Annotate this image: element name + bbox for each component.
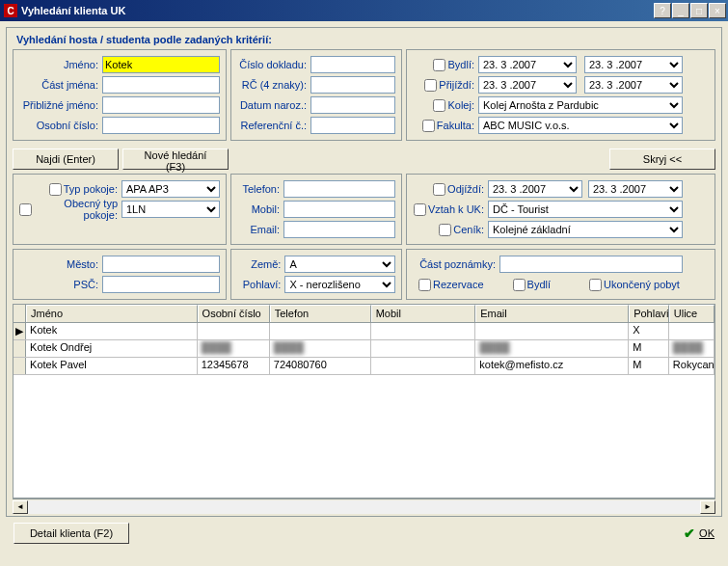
label-priblizne: Přibližné jméno: xyxy=(19,99,102,111)
label-cislo-dokladu: Číslo dokladu: xyxy=(237,59,310,70)
section-title: Vyhledání hosta / studenta podle zadanýc… xyxy=(16,34,715,45)
ref-input[interactable] xyxy=(310,117,395,134)
zeme-select[interactable]: A xyxy=(284,256,395,273)
ok-label: OK xyxy=(699,527,715,539)
col-ulice[interactable]: Ulice xyxy=(669,305,715,322)
odjizdi-from-select[interactable]: 23. 3 .2007 xyxy=(488,180,582,198)
datum-input[interactable] xyxy=(310,96,395,114)
label-ukonceny: Ukončený pobyt xyxy=(604,279,680,290)
help-button[interactable]: ? xyxy=(654,3,671,18)
col-telefon[interactable]: Telefon xyxy=(270,305,371,322)
vztah-select[interactable]: DČ - Tourist xyxy=(488,201,683,218)
obecny-typ-select[interactable]: 1LN xyxy=(121,201,220,218)
typ-pokoje-select[interactable]: APA AP3 xyxy=(121,180,220,198)
label-cenik: Ceník: xyxy=(453,224,484,235)
label-mobil: Mobil: xyxy=(237,203,283,215)
col-osobni[interactable]: Osobní číslo xyxy=(198,305,270,322)
label-bydli2: Bydlí xyxy=(527,279,551,290)
label-zeme: Země: xyxy=(237,258,284,270)
cislo-dokladu-input[interactable] xyxy=(310,56,395,73)
maximize-button[interactable]: □ xyxy=(690,3,708,18)
detail-button[interactable]: Detail klienta (F2) xyxy=(13,523,129,544)
cenik-checkbox[interactable] xyxy=(439,224,451,236)
nove-hledani-button[interactable]: Nové hledání (F3) xyxy=(122,148,229,170)
fakulta-checkbox[interactable] xyxy=(422,120,435,132)
label-typ-pokoje: Typ pokoje: xyxy=(64,183,118,195)
odjizdi-to-select[interactable]: 23. 3 .2007 xyxy=(588,180,683,198)
label-email: Email: xyxy=(237,224,283,235)
label-cast-jmena: Část jména: xyxy=(19,79,102,91)
pohlavi-select[interactable]: X - nerozlišeno xyxy=(284,276,395,293)
najdi-button[interactable]: Najdi (Enter) xyxy=(13,148,119,170)
col-pohlavi[interactable]: Pohlaví xyxy=(629,305,669,322)
skryj-button[interactable]: Skryj << xyxy=(609,148,715,170)
cast-jmena-input[interactable] xyxy=(102,76,220,94)
obecny-typ-checkbox[interactable] xyxy=(19,203,32,216)
kolej-select[interactable]: Kolej Arnošta z Pardubic xyxy=(478,96,683,114)
cenik-select[interactable]: Kolejné základní xyxy=(488,221,683,238)
bydli-checkbox[interactable] xyxy=(433,59,445,71)
label-obecny-typ: Obecný typ pokoje: xyxy=(34,198,118,221)
table-row[interactable]: ▶KotekX xyxy=(13,323,715,340)
priblizne-input[interactable] xyxy=(102,96,220,114)
prijizdi-from-select[interactable]: 23. 3 .2007 xyxy=(478,76,577,94)
col-mobil[interactable]: Mobil xyxy=(371,305,476,322)
label-telefon: Telefon: xyxy=(237,183,283,195)
close-button[interactable]: × xyxy=(709,3,726,18)
label-cast-poznamky: Část poznámky: xyxy=(413,258,499,270)
col-email[interactable]: Email xyxy=(475,305,629,322)
mobil-input[interactable] xyxy=(283,201,395,218)
bydli-to-select[interactable]: 23. 3 .2007 xyxy=(584,56,683,73)
label-osobni: Osobní číslo: xyxy=(19,120,102,131)
label-fakulta: Fakulta: xyxy=(437,120,474,131)
results-grid[interactable]: Jméno Osobní číslo Telefon Mobil Email P… xyxy=(13,304,715,499)
jmeno-input[interactable] xyxy=(102,56,220,73)
fakulta-select[interactable]: ABC MUSIC v.o.s. xyxy=(478,117,683,134)
cast-poznamky-input[interactable] xyxy=(499,256,683,273)
label-mesto: Město: xyxy=(19,258,102,270)
ukonceny-checkbox[interactable] xyxy=(589,279,602,291)
check-icon: ✔ xyxy=(684,526,695,541)
table-row[interactable]: Kotek Pavel12345678724080760kotek@mefist… xyxy=(13,358,715,375)
scroll-right-icon[interactable]: ► xyxy=(700,500,715,514)
kolej-checkbox[interactable] xyxy=(433,99,445,112)
scroll-left-icon[interactable]: ◄ xyxy=(13,500,28,514)
psc-input[interactable] xyxy=(102,276,220,293)
telefon-input[interactable] xyxy=(283,180,395,198)
bydli2-checkbox[interactable] xyxy=(513,279,526,291)
label-bydli: Bydlí: xyxy=(447,59,474,70)
ok-button[interactable]: ✔ OK xyxy=(684,526,715,541)
app-icon: C xyxy=(4,4,17,17)
odjizdi-checkbox[interactable] xyxy=(433,183,445,196)
label-datum: Datum naroz.: xyxy=(237,99,310,111)
label-ref: Referenční č.: xyxy=(237,120,310,131)
minimize-button[interactable]: _ xyxy=(672,3,689,18)
label-vztah: Vztah k UK: xyxy=(428,203,484,215)
vztah-checkbox[interactable] xyxy=(414,203,426,216)
titlebar: C Vyhledání klienta UK ? _ □ × xyxy=(0,0,728,21)
window-title: Vyhledání klienta UK xyxy=(21,5,654,16)
typ-pokoje-checkbox[interactable] xyxy=(49,183,62,196)
label-kolej: Kolej: xyxy=(447,99,474,111)
osobni-input[interactable] xyxy=(102,117,220,134)
col-jmeno[interactable]: Jméno xyxy=(26,305,197,322)
label-pohlavi: Pohlaví: xyxy=(237,279,284,290)
label-jmeno: Jméno: xyxy=(19,59,102,70)
label-psc: PSČ: xyxy=(19,279,102,290)
email-input[interactable] xyxy=(283,221,395,238)
label-rc: RČ (4 znaky): xyxy=(237,79,310,91)
mesto-input[interactable] xyxy=(102,256,220,273)
rc-input[interactable] xyxy=(310,76,395,94)
horizontal-scrollbar[interactable]: ◄ ► xyxy=(13,499,715,514)
prijizdi-checkbox[interactable] xyxy=(424,79,437,92)
label-odjizdi: Odjíždí: xyxy=(447,183,484,195)
rezervace-checkbox[interactable] xyxy=(418,279,431,291)
prijizdi-to-select[interactable]: 23. 3 .2007 xyxy=(584,76,683,94)
table-row[interactable]: Kotek Ondřej████████████M████ xyxy=(13,340,715,358)
label-prijizdi: Přijíždí: xyxy=(439,79,474,91)
label-rezervace: Rezervace xyxy=(433,279,484,290)
bydli-from-select[interactable]: 23. 3 .2007 xyxy=(478,56,577,73)
